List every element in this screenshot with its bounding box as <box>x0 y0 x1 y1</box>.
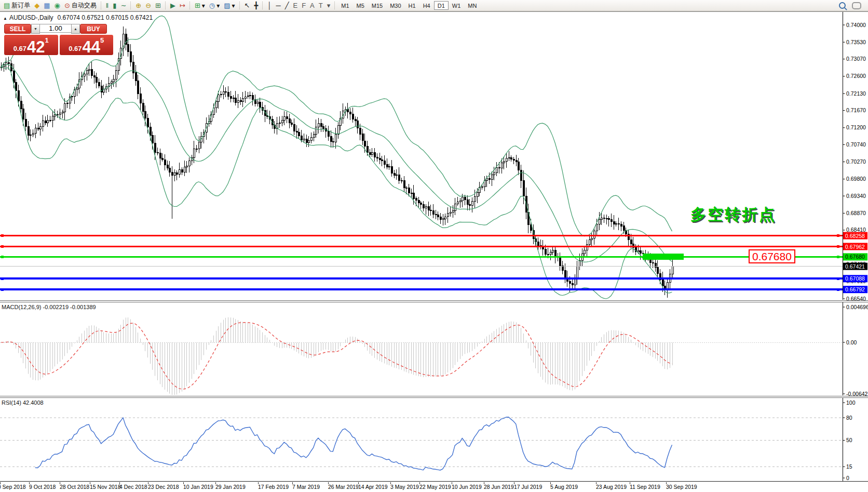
svg-text:0: 0 <box>846 475 849 481</box>
macd-axis: 0.0046960.00-0.006427 <box>843 304 868 397</box>
candlestick-chart-button[interactable]: ▮ <box>111 1 118 11</box>
axis-price-label-0.67962: 0.67962 <box>843 243 867 250</box>
signals-button[interactable]: ◉ <box>52 1 62 11</box>
horizontal-level-line-0.68258[interactable] <box>0 234 843 237</box>
volume-decrease-button[interactable]: ▼ <box>31 24 40 34</box>
date-axis[interactable]: 20 Sep 20189 Oct 201828 Oct 201815 Nov 2… <box>0 482 697 490</box>
crosshair-icon: ╋ <box>254 2 258 9</box>
profiles-button[interactable]: ◷▾ <box>207 1 222 11</box>
label-icon: T <box>319 2 323 9</box>
zoom-in-button[interactable]: ⊕ <box>133 1 143 11</box>
svg-text:-0.006427: -0.006427 <box>846 391 868 397</box>
buy-button[interactable]: BUY <box>80 24 107 34</box>
svg-text:23 Dec 2018: 23 Dec 2018 <box>148 484 179 490</box>
timeframe-mn[interactable]: MN <box>464 1 480 10</box>
svg-text:0.67680: 0.67680 <box>845 254 865 260</box>
horizontal-level-line-0.66792[interactable] <box>0 288 843 291</box>
line-chart-button[interactable]: ∼ <box>118 1 128 11</box>
svg-text:100: 100 <box>846 400 856 406</box>
sell-price-panel[interactable]: 0.67421 <box>4 35 58 55</box>
rsi-axis: 1008050150 <box>843 400 856 481</box>
svg-text:10 Jun 2019: 10 Jun 2019 <box>452 484 482 490</box>
price-level-flag: 0.67680 <box>749 249 795 263</box>
svg-text:0.00: 0.00 <box>846 339 857 345</box>
buy-price-big: 44 <box>83 39 100 55</box>
price-chart[interactable]: 0.740000.735300.730700.726000.721300.716… <box>0 0 868 492</box>
svg-text:0.67962: 0.67962 <box>845 244 865 250</box>
zoom-in-icon: ⊕ <box>135 2 141 9</box>
chat-icon[interactable] <box>852 2 861 9</box>
arrows-icon: ▾ <box>327 2 331 9</box>
tile-windows-button[interactable]: ⊞ <box>153 1 163 11</box>
text-button[interactable]: A <box>308 1 317 11</box>
text-label-button[interactable]: T <box>317 1 325 11</box>
toolbar-separator <box>262 2 263 9</box>
svg-text:80: 80 <box>846 415 852 421</box>
horizontal-line-button[interactable]: ─ <box>274 1 282 11</box>
bar-chart-button[interactable]: ‖ <box>104 1 111 11</box>
volume-input[interactable] <box>40 24 71 33</box>
timeframe-m30[interactable]: M30 <box>386 1 404 10</box>
svg-text:28 Oct 2018: 28 Oct 2018 <box>60 484 89 490</box>
cursor-button[interactable]: ↖ <box>242 1 252 11</box>
sell-price-big: 42 <box>27 39 45 55</box>
svg-text:30 Sep 2019: 30 Sep 2019 <box>666 484 697 490</box>
horizontal-level-line-0.67962[interactable] <box>0 245 843 248</box>
timeframe-m5[interactable]: M5 <box>353 1 368 10</box>
vertical-line-button[interactable]: │ <box>265 1 274 11</box>
axis-price-label-0.67680: 0.67680 <box>843 253 867 260</box>
timeframe-h1[interactable]: H1 <box>405 1 419 10</box>
sell-price-sup: 1 <box>45 36 49 44</box>
svg-text:15 Nov 2018: 15 Nov 2018 <box>90 484 121 490</box>
new-order-label: 新订单 <box>11 1 30 10</box>
svg-text:0.004696: 0.004696 <box>846 304 868 310</box>
svg-text:0.67421: 0.67421 <box>845 263 865 270</box>
buy-price-panel[interactable]: 0.67445 <box>60 35 114 55</box>
svg-text:0.70270: 0.70270 <box>846 158 866 165</box>
volume-increase-button[interactable]: ▲ <box>71 24 80 34</box>
svg-text:17 Jul 2019: 17 Jul 2019 <box>514 484 542 490</box>
toolbar-separator <box>101 2 102 9</box>
terminal-button[interactable]: ▦ <box>42 1 52 11</box>
timeframe-h4[interactable]: H4 <box>419 1 434 10</box>
new-order-button[interactable]: ▤新订单 <box>2 1 32 11</box>
equidistant-channel-button[interactable]: E <box>291 1 300 11</box>
crosshair-button[interactable]: ╋ <box>252 1 260 11</box>
horizontal-line-icon: ─ <box>276 2 280 9</box>
svg-text:0.73070: 0.73070 <box>846 56 866 62</box>
new-chart-button[interactable]: ⊞▾ <box>193 1 207 11</box>
svg-text:0.72130: 0.72130 <box>846 90 866 97</box>
svg-text:11 Sep 2019: 11 Sep 2019 <box>630 484 660 490</box>
auto-trading-label: 自动交易 <box>72 1 97 10</box>
channel-icon: E <box>293 2 297 9</box>
search-icon[interactable] <box>839 2 846 9</box>
arrows-button[interactable]: ▾ <box>325 1 333 11</box>
horizontal-level-line-0.67088[interactable] <box>0 277 843 280</box>
templates-button[interactable]: ▨▾ <box>222 1 237 11</box>
collapse-one-click-arrow[interactable]: ▲ <box>3 16 7 21</box>
svg-text:0.73530: 0.73530 <box>846 39 866 45</box>
svg-text:0.74000: 0.74000 <box>846 22 866 28</box>
timeframe-m15[interactable]: M15 <box>368 1 386 10</box>
zoom-out-icon: ⊖ <box>145 2 151 9</box>
svg-text:29 Jan 2019: 29 Jan 2019 <box>215 484 246 490</box>
svg-text:23 Aug 2019: 23 Aug 2019 <box>596 484 627 490</box>
svg-text:0.71200: 0.71200 <box>846 124 866 130</box>
trendline-button[interactable]: ╱ <box>283 1 291 11</box>
timeframe-d1[interactable]: D1 <box>434 1 449 10</box>
timeframe-w1[interactable]: W1 <box>449 1 465 10</box>
auto-trading-button[interactable]: ⊙自动交易 <box>62 1 99 11</box>
zoom-out-button[interactable]: ⊖ <box>143 1 153 11</box>
horizontal-level-line-0.67680[interactable] <box>0 256 843 258</box>
sell-button[interactable]: SELL <box>4 24 31 34</box>
svg-text:0.67088: 0.67088 <box>845 275 865 282</box>
metaeditor-button[interactable]: ◆ <box>32 1 42 11</box>
chart-ohlc-header: ▲AUDUSD-,Daily0.67074 0.67521 0.67015 0.… <box>3 14 153 21</box>
auto-scroll-button[interactable]: ▶ <box>168 1 178 11</box>
chart-shift-button[interactable]: ↦ <box>178 1 187 11</box>
svg-text:7 Mar 2019: 7 Mar 2019 <box>292 484 320 490</box>
timeframe-m1[interactable]: M1 <box>337 1 352 10</box>
trendline-icon: ╱ <box>285 2 289 9</box>
fibonacci-button[interactable]: F <box>300 1 308 11</box>
axis-price-label-0.66792: 0.66792 <box>843 286 867 293</box>
